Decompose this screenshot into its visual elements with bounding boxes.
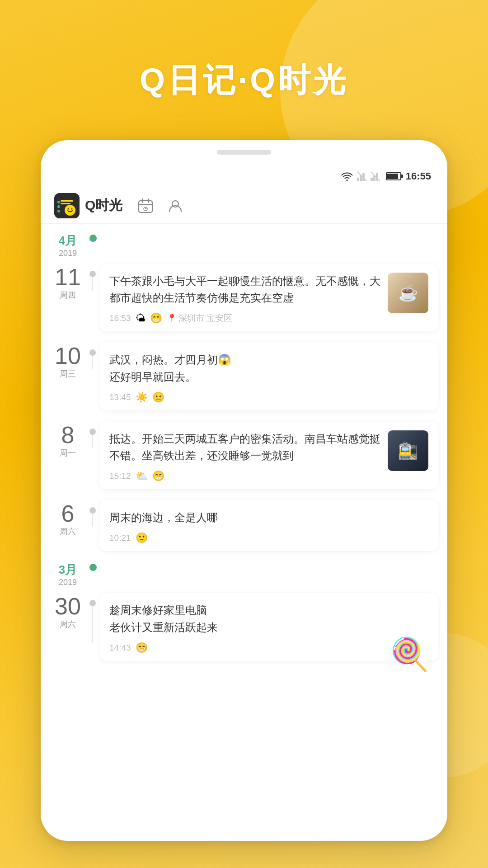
status-bar: 16:55: [41, 165, 447, 188]
day-number-11: 11: [55, 265, 81, 289]
mood-icon-10: 😐: [152, 392, 164, 403]
diary-card-10[interactable]: 武汉，闷热。才四月初😱还好明早就回去。 13:45 ☀️ 😐: [99, 342, 438, 410]
status-icons: [341, 171, 401, 181]
user-button[interactable]: [166, 196, 185, 215]
card-text-10: 武汉，闷热。才四月初😱还好明早就回去。: [109, 351, 428, 385]
timeline-dot-11: [89, 271, 96, 277]
timeline-line-10: [92, 356, 93, 369]
month-label-march: 3月 2019: [50, 562, 86, 587]
timeline-connector-30: [89, 593, 96, 642]
month-dot-march: [89, 564, 97, 571]
day-info-6: 6 周六: [50, 500, 86, 537]
content-area[interactable]: 4月 2019 11 周四 下午茶跟小毛与大平一起: [41, 224, 447, 841]
diary-card-30[interactable]: 趁周末修好家里电脑老伙计又重新活跃起来 14:43 😁 🍭: [99, 593, 438, 660]
month-header-march: 3月 2019: [50, 562, 438, 587]
cafe-image: ☕: [388, 273, 428, 313]
app-name: Q时光: [85, 196, 122, 215]
diary-card-8[interactable]: 抵达。开始三天两城五客户的密集活动。南昌车站感觉挺不错。坐高铁出差，还没睡够一觉…: [99, 421, 438, 489]
svg-rect-1: [357, 178, 359, 181]
svg-rect-5: [371, 178, 373, 181]
mood-icon-8: 😁: [152, 470, 164, 482]
svg-point-16: [57, 205, 60, 208]
card-content-6: 周末的海边，全是人哪 10:21 🙁: [109, 509, 428, 544]
timeline-line-8: [92, 435, 93, 448]
day-number-10: 10: [55, 344, 81, 368]
month-name-april: 4月: [59, 233, 77, 249]
diary-entry-april-10[interactable]: 10 周三 武汉，闷热。才四月初😱还好明早就回去。 13:45 ☀️: [50, 342, 438, 410]
card-image-8: 🚉: [388, 430, 428, 471]
card-content-30: 趁周末修好家里电脑老伙计又重新活跃起来 14:43 😁: [109, 602, 428, 653]
card-text-11: 下午茶跟小毛与大平一起聊慢生活的惬意。无不感慨，大都市超快的生活节奏仿佛是充实在…: [109, 273, 381, 306]
card-text-6: 周末的海边，全是人哪: [109, 509, 428, 526]
card-text-30: 趁周末修好家里电脑老伙计又重新活跃起来: [109, 602, 428, 635]
location-text-11: 深圳市 宝安区: [178, 312, 232, 324]
phone-speaker: [217, 150, 271, 155]
diary-entry-april-11[interactable]: 11 周四 下午茶跟小毛与大平一起聊慢生活的惬意。无不感慨，大都市超快的生活节奏…: [50, 264, 438, 331]
month-section-april: 4月 2019 11 周四 下午茶跟小毛与大平一起: [50, 233, 438, 551]
battery-icon: [386, 172, 401, 180]
phone-frame: 16:55: [41, 140, 447, 841]
entry-time-30: 14:43: [109, 643, 131, 653]
month-name-march: 3月: [59, 562, 77, 578]
timeline-line-6: [92, 514, 93, 527]
app-title: Q日记·Q时光: [0, 59, 488, 102]
weather-icon-8: ⛅: [136, 470, 148, 482]
svg-point-14: [71, 208, 73, 209]
card-text-area-30: 趁周末修好家里电脑老伙计又重新活跃起来 14:43 😁: [109, 602, 428, 653]
status-time: 16:55: [406, 170, 431, 182]
wifi-icon: [341, 171, 353, 181]
svg-point-0: [346, 179, 347, 181]
app-header: Q时光: [41, 188, 447, 224]
diary-entry-march-30[interactable]: 30 周六 趁周末修好家里电脑老伙计又重新活跃起来 14:43 😁: [50, 593, 438, 660]
timeline-connector-8: [89, 421, 96, 448]
day-week-30: 周六: [60, 619, 76, 630]
card-meta-10: 13:45 ☀️ 😐: [109, 392, 428, 403]
card-content-8: 抵达。开始三天两城五客户的密集活动。南昌车站感觉挺不错。坐高铁出差，还没睡够一觉…: [109, 430, 428, 482]
card-text-area-11: 下午茶跟小毛与大平一起聊慢生活的惬意。无不感慨，大都市超快的生活节奏仿佛是充实在…: [109, 273, 381, 324]
svg-point-15: [57, 201, 60, 203]
card-meta-6: 10:21 🙁: [109, 532, 428, 544]
day-info-8: 8 周一: [50, 421, 86, 458]
svg-point-17: [57, 210, 60, 212]
app-logo: [54, 193, 80, 218]
weather-icon-10: ☀️: [136, 392, 148, 403]
diary-card-6[interactable]: 周末的海边，全是人哪 10:21 🙁: [99, 500, 438, 551]
day-week-11: 周四: [60, 290, 76, 301]
timeline-dot-6: [89, 507, 96, 514]
svg-point-13: [68, 208, 69, 209]
diary-entry-april-8[interactable]: 8 周一 抵达。开始三天两城五客户的密集活动。南昌车站感觉挺不错。坐高铁出差，还…: [50, 421, 438, 489]
svg-point-12: [65, 205, 75, 216]
day-week-6: 周六: [60, 526, 76, 537]
timeline-line-11: [92, 277, 93, 291]
mood-icon-11: 😁: [150, 312, 162, 324]
card-text-area-6: 周末的海边，全是人哪 10:21 🙁: [109, 509, 428, 544]
diary-entry-april-6[interactable]: 6 周六 周末的海边，全是人哪 10:21 🙁: [50, 500, 438, 551]
signal-icon-2: [371, 171, 380, 181]
timeline-dot-30: [89, 600, 96, 606]
card-text-area-8: 抵达。开始三天两城五客户的密集活动。南昌车站感觉挺不错。坐高铁出差，还没睡够一觉…: [109, 430, 381, 482]
location-11: 📍 深圳市 宝安区: [167, 312, 232, 324]
pin-icon-11: 📍: [167, 313, 177, 323]
calendar-button[interactable]: [136, 196, 155, 215]
day-info-30: 30 周六: [50, 593, 86, 630]
card-meta-11: 16:53 🌤 😁 📍 深圳市 宝安区: [109, 312, 381, 324]
timeline-connector-10: [89, 342, 96, 369]
card-meta-30: 14:43 😁: [109, 642, 428, 654]
card-image-11: ☕: [388, 273, 428, 313]
timeline-connector-6: [89, 500, 96, 527]
day-number-6: 6: [61, 502, 75, 525]
timeline-line-30: [92, 606, 93, 642]
entry-time-6: 10:21: [109, 533, 131, 543]
mood-icon-6: 🙁: [136, 532, 148, 544]
month-year-april: 2019: [59, 249, 77, 258]
svg-rect-11: [61, 203, 70, 204]
card-content-11: 下午茶跟小毛与大平一起聊慢生活的惬意。无不感慨，大都市超快的生活节奏仿佛是充实在…: [109, 273, 428, 324]
timeline-dot-8: [89, 429, 96, 435]
diary-card-11[interactable]: 下午茶跟小毛与大平一起聊慢生活的惬意。无不感慨，大都市超快的生活节奏仿佛是充实在…: [99, 264, 438, 331]
mood-icon-30: 😁: [136, 642, 148, 654]
day-week-8: 周一: [60, 448, 76, 458]
entry-time-8: 15:12: [109, 471, 131, 481]
card-text-area-10: 武汉，闷热。才四月初😱还好明早就回去。 13:45 ☀️ 😐: [109, 351, 428, 403]
month-section-march: 3月 2019 30 周六 趁周末修好家里电脑老伙: [50, 562, 438, 660]
month-label-april: 4月 2019: [50, 233, 86, 258]
